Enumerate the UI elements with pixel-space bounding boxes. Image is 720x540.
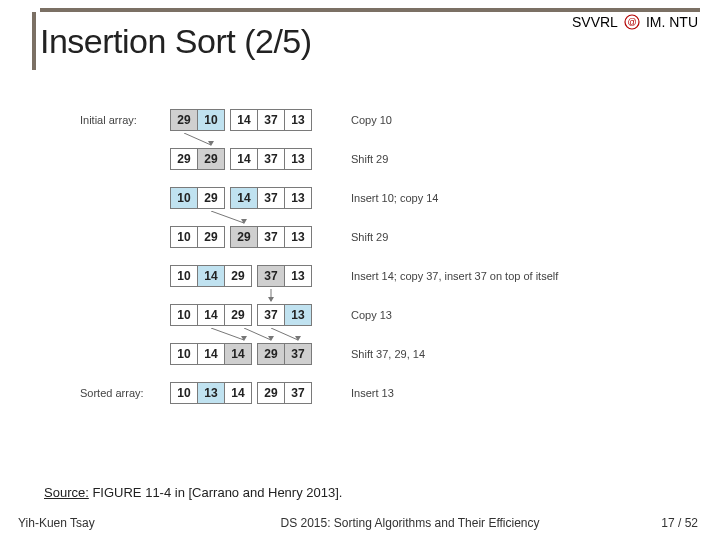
step-caption: Shift 29 [351, 231, 388, 243]
array-cell: 14 [230, 187, 258, 209]
cells-group: 1014142937 [170, 343, 311, 365]
array-cell: 29 [230, 226, 258, 248]
brand-block: SVVRL @ IM. NTU [572, 14, 698, 30]
array-cell: 14 [230, 148, 258, 170]
array-cell: 14 [224, 382, 252, 404]
array-cell: 37 [257, 109, 285, 131]
array-cell: 13 [197, 382, 225, 404]
array-cell: 10 [170, 304, 198, 326]
array-cell: 10 [170, 265, 198, 287]
array-cell: 13 [284, 109, 312, 131]
source-prefix: Source: [44, 485, 89, 500]
array-cell: 37 [257, 226, 285, 248]
cells-group: 1014293713 [170, 304, 311, 326]
insertion-sort-diagram: Initial array:2910143713Copy 10292914371… [80, 106, 558, 418]
diagram-row: Sorted array:1013142937Insert 13 [80, 379, 558, 406]
brand-svvrl: SVVRL [572, 14, 618, 30]
svg-line-10 [244, 328, 271, 340]
diagram-row: 1014142937Shift 37, 29, 14 [80, 340, 558, 367]
array-cell: 29 [257, 382, 285, 404]
cells-group: 2929143713 [170, 148, 311, 170]
array-cell: 37 [284, 382, 312, 404]
array-cell: 14 [197, 265, 225, 287]
step-caption: Shift 29 [351, 153, 388, 165]
svg-line-4 [211, 211, 244, 223]
array-cell: 29 [197, 226, 225, 248]
array-cell: 29 [170, 109, 198, 131]
array-cell: 37 [257, 148, 285, 170]
array-cell: 37 [257, 187, 285, 209]
cells-group: 1013142937 [170, 382, 311, 404]
svg-line-8 [211, 328, 244, 340]
svg-line-12 [271, 328, 298, 340]
slide-footer: Yih-Kuen Tsay DS 2015: Sorting Algorithm… [0, 516, 720, 530]
array-cell: 14 [224, 343, 252, 365]
footer-author: Yih-Kuen Tsay [0, 516, 200, 530]
cells-group: 1029143713 [170, 187, 311, 209]
diagram-row: Initial array:2910143713Copy 10 [80, 106, 558, 133]
step-caption: Insert 14; copy 37, insert 37 on top of … [351, 270, 558, 282]
step-caption: Copy 10 [351, 114, 392, 126]
array-cell: 37 [257, 265, 285, 287]
array-cell: 37 [257, 304, 285, 326]
svg-text:@: @ [627, 17, 636, 27]
array-cell: 29 [170, 148, 198, 170]
step-caption: Copy 13 [351, 309, 392, 321]
array-cell: 10 [170, 343, 198, 365]
step-caption: Insert 13 [351, 387, 394, 399]
array-cell: 10 [170, 187, 198, 209]
array-cell: 29 [224, 304, 252, 326]
array-cell: 29 [257, 343, 285, 365]
array-cell: 13 [284, 265, 312, 287]
header-divider [40, 8, 700, 12]
diagram-row: 1014293713Copy 13 [80, 301, 558, 328]
cells-group: 1014293713 [170, 265, 311, 287]
page-title: Insertion Sort (2/5) [40, 22, 312, 61]
title-bar [32, 12, 36, 70]
footer-page: 17 / 52 [620, 516, 720, 530]
diagram-row: 1014293713Insert 14; copy 37, insert 37 … [80, 262, 558, 289]
cells-group: 2910143713 [170, 109, 311, 131]
step-caption: Insert 10; copy 14 [351, 192, 438, 204]
svg-line-2 [184, 133, 211, 145]
array-cell: 14 [197, 343, 225, 365]
footer-course: DS 2015: Sorting Algorithms and Their Ef… [200, 516, 620, 530]
array-cell: 10 [197, 109, 225, 131]
array-cell: 29 [197, 187, 225, 209]
step-caption: Shift 37, 29, 14 [351, 348, 425, 360]
array-cell: 13 [284, 304, 312, 326]
array-cell: 14 [197, 304, 225, 326]
array-cell: 29 [197, 148, 225, 170]
array-cell: 14 [230, 109, 258, 131]
brand-dept: IM. NTU [646, 14, 698, 30]
array-cell: 13 [284, 226, 312, 248]
diagram-row: 1029143713Insert 10; copy 14 [80, 184, 558, 211]
cells-group: 1029293713 [170, 226, 311, 248]
row-label: Sorted array: [80, 387, 170, 399]
row-label: Initial array: [80, 114, 170, 126]
source-text: FIGURE 11-4 in [Carrano and Henry 2013]. [89, 485, 343, 500]
source-citation: Source: FIGURE 11-4 in [Carrano and Henr… [44, 485, 342, 500]
array-cell: 29 [224, 265, 252, 287]
array-cell: 10 [170, 382, 198, 404]
at-logo-icon: @ [624, 14, 640, 30]
array-cell: 10 [170, 226, 198, 248]
array-cell: 13 [284, 148, 312, 170]
diagram-row: 1029293713Shift 29 [80, 223, 558, 250]
diagram-row: 2929143713Shift 29 [80, 145, 558, 172]
array-cell: 37 [284, 343, 312, 365]
array-cell: 13 [284, 187, 312, 209]
